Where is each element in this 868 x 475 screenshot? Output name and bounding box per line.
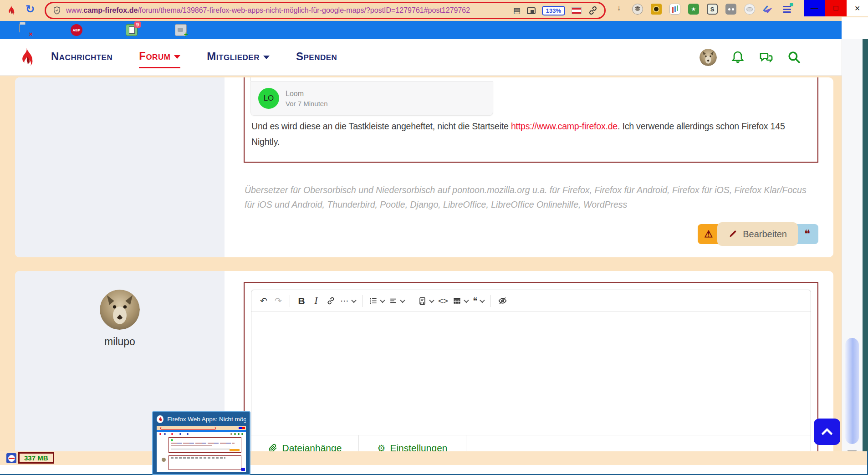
- post-body-text: Und es wird diese an die Tastkleiste ang…: [251, 118, 812, 149]
- user-signature: Übersetzer für Obersorbisch und Niederso…: [245, 183, 817, 212]
- preview-window-title: Firefox Web Apps: Nicht mögli…: [167, 416, 246, 423]
- maximize-button[interactable]: □: [825, 0, 847, 16]
- user-avatar[interactable]: [700, 49, 717, 66]
- conversations-chat-icon[interactable]: [759, 50, 773, 65]
- hide-preview-button[interactable]: [495, 294, 509, 308]
- redo-icon[interactable]: ↷: [271, 294, 285, 308]
- url-bar[interactable]: www.camp-firefox.de/forum/thema/139867-f…: [45, 2, 606, 19]
- more-formatting-button[interactable]: ⋯: [338, 294, 357, 308]
- chevron-down-icon: [351, 297, 356, 302]
- reload-button[interactable]: ↻: [26, 3, 35, 15]
- nav-item-forum[interactable]: Forum: [139, 47, 180, 68]
- zoom-level-badge[interactable]: 133%: [542, 6, 565, 15]
- folder-block-icon[interactable]: ×: [19, 24, 31, 36]
- browser-window: ↻ www.camp-firefox.de/forum/thema/139867…: [0, 0, 868, 475]
- chevron-down-icon: [464, 297, 469, 302]
- undo-icon[interactable]: ↶: [257, 294, 271, 308]
- stats-extension-icon[interactable]: [669, 4, 680, 15]
- bottom-white-strip: [0, 465, 868, 475]
- chevron-down-icon: [380, 297, 385, 302]
- page-thumbnail: [157, 426, 246, 472]
- reply-username[interactable]: milupo: [15, 336, 225, 348]
- window-controls: — □ ×: [804, 0, 868, 16]
- cloud-extension-icon[interactable]: [744, 4, 755, 15]
- stylus-extension-icon[interactable]: S: [707, 4, 718, 15]
- link-icon[interactable]: [588, 5, 598, 15]
- post-link[interactable]: https://www.camp-firefox.de: [511, 121, 618, 131]
- source-code-button[interactable]: <>: [436, 294, 450, 308]
- blockquote-button[interactable]: ❝: [471, 294, 486, 308]
- embed-timestamp: Vor 7 Minuten: [286, 100, 328, 107]
- editor-text-area[interactable]: [251, 312, 811, 435]
- reply-user-avatar[interactable]: [100, 290, 140, 330]
- bold-button[interactable]: B: [295, 294, 308, 308]
- italic-button[interactable]: I: [309, 294, 323, 308]
- chevron-down-icon: [263, 56, 270, 59]
- bookmark-star-extension-icon[interactable]: [688, 4, 699, 15]
- pin-flag-extension-icon[interactable]: [763, 4, 774, 15]
- downloads-button[interactable]: ↓: [614, 4, 624, 12]
- insert-table-button[interactable]: [451, 294, 470, 308]
- chevron-down-icon: [480, 297, 485, 302]
- rich-text-editor: ↶ ↷ B I ⋯: [251, 290, 811, 461]
- toolbar-right-gap: [842, 17, 868, 39]
- memory-usage-badge: 337 MB: [18, 452, 54, 464]
- edit-button[interactable]: Bearbeiten: [717, 222, 798, 246]
- page-scrollbar[interactable]: [842, 39, 863, 458]
- camp-firefox-logo[interactable]: [16, 46, 36, 69]
- camera-extension-icon[interactable]: [651, 4, 662, 15]
- chevron-down-icon: [400, 297, 405, 302]
- austria-flag-icon[interactable]: [572, 7, 582, 14]
- post-content-column: LO Loom Vor 7 Minuten Und es wird diese …: [225, 77, 833, 257]
- post-message-box: LO Loom Vor 7 Minuten Und es wird diese …: [244, 77, 818, 163]
- embed-avatar: LO: [258, 88, 279, 109]
- shield-permissions-icon[interactable]: [52, 6, 61, 15]
- monkey-extension-icon[interactable]: [632, 4, 643, 15]
- link-preview-embed[interactable]: LO Loom Vor 7 Minuten: [250, 77, 493, 116]
- picture-in-picture-icon[interactable]: [527, 7, 536, 14]
- nav-item-nachrichten[interactable]: Nachrichten: [51, 47, 112, 67]
- minimize-button[interactable]: —: [804, 0, 825, 16]
- insert-template-button[interactable]: [416, 294, 435, 308]
- browser-titlebar: ↻ www.camp-firefox.de/forum/thema/139867…: [0, 0, 868, 21]
- reply-editor-column: ↶ ↷ B I ⋯: [225, 271, 833, 475]
- quote-button[interactable]: ❝: [796, 224, 818, 244]
- url-text: www.camp-firefox.de/forum/thema/139867-f…: [66, 6, 470, 15]
- plugin-blocked-icon[interactable]: [6, 453, 16, 463]
- forum-thread-page: LO Loom Vor 7 Minuten Und es wird diese …: [0, 76, 842, 475]
- main-navigation: Nachrichten Forum Mitglieder Spenden: [51, 39, 337, 76]
- screenshot-add-icon[interactable]: [175, 24, 187, 36]
- addon-bar: × ABP 9: [0, 21, 842, 39]
- app-menu-icon[interactable]: [781, 4, 792, 15]
- report-button[interactable]: ⚠: [698, 224, 719, 244]
- close-button[interactable]: ×: [847, 0, 868, 16]
- post-card: LO Loom Vor 7 Minuten Und es wird diese …: [15, 77, 833, 257]
- chevron-down-icon: [429, 297, 434, 302]
- adblock-plus-icon[interactable]: ABP: [71, 24, 82, 36]
- reply-card: milupo ↶ ↷ B I ⋯: [15, 271, 833, 475]
- search-icon[interactable]: [787, 50, 802, 65]
- taskbar-thumbnail-preview[interactable]: Firefox Web Apps: Nicht mögli…: [152, 411, 250, 475]
- insert-link-icon[interactable]: [324, 294, 337, 308]
- app-flame-icon: [5, 5, 16, 16]
- header-user-area: [700, 39, 802, 76]
- chevron-up-icon: [821, 428, 832, 439]
- two-dot-extension-icon[interactable]: [725, 4, 736, 15]
- forum-header: Nachrichten Forum Mitglieder Spenden: [0, 39, 842, 76]
- editor-toolbar: ↶ ↷ B I ⋯: [251, 290, 811, 312]
- addon-badge: 9: [134, 21, 141, 28]
- post-actions: ⚠ Bearbeiten ❝: [698, 222, 818, 246]
- chevron-down-icon: [174, 55, 180, 59]
- pencil-icon: [728, 230, 737, 239]
- alignment-button[interactable]: [387, 294, 406, 308]
- nav-item-spenden[interactable]: Spenden: [296, 47, 337, 67]
- bulleted-list-button[interactable]: [367, 294, 386, 308]
- scrollbar-thumb[interactable]: [845, 338, 859, 444]
- reader-view-icon[interactable]: ▤: [513, 6, 521, 15]
- notifications-bell-icon[interactable]: [730, 50, 745, 65]
- extension-toolbar: S: [632, 4, 792, 15]
- reply-editor-frame: ↶ ↷ B I ⋯: [244, 282, 818, 475]
- nav-item-mitglieder[interactable]: Mitglieder: [207, 47, 270, 67]
- session-manager-icon[interactable]: 9: [126, 24, 138, 36]
- scroll-to-top-button[interactable]: [814, 419, 840, 445]
